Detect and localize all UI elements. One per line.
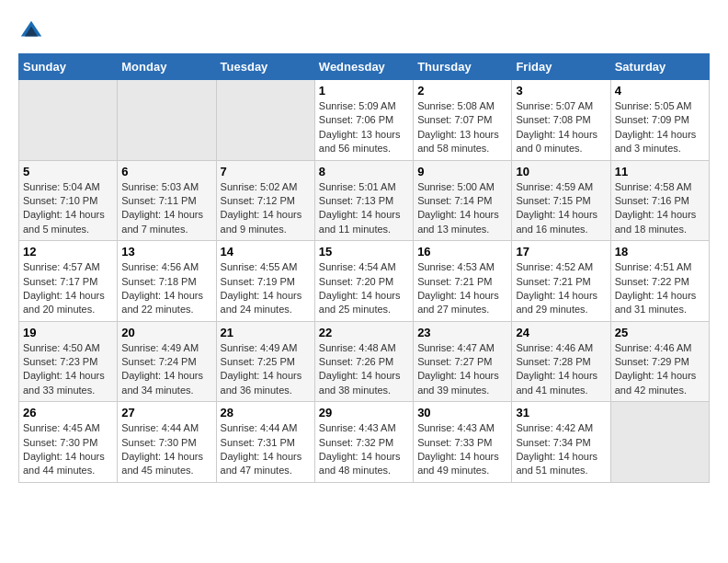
sunset-time: 7:20 PM: [356, 276, 393, 287]
sunset-time: 7:26 PM: [356, 356, 393, 367]
day-number: 29: [319, 406, 409, 419]
sunrise-time: 4:50 AM: [63, 342, 99, 353]
daylight-label: Daylight: 14 hours and 36 minutes.: [221, 370, 302, 395]
sunset-label: Sunset:: [615, 195, 652, 206]
sunset-time: 7:31 PM: [257, 437, 295, 448]
sunset-time: 7:19 PM: [257, 276, 295, 287]
sunrise-time: 4:43 AM: [458, 422, 495, 433]
sunrise-time: 4:49 AM: [162, 342, 199, 353]
daylight-label: Daylight: 14 hours and 16 minutes.: [516, 209, 597, 234]
sunset-time: 7:22 PM: [652, 276, 689, 287]
sunrise-time: 5:07 AM: [556, 100, 593, 111]
daylight-label: Daylight: 14 hours and 3 minutes.: [615, 129, 697, 154]
day-info: Sunrise: 4:49 AM Sunset: 7:25 PM Dayligh…: [221, 341, 311, 398]
day-number: 14: [221, 245, 311, 259]
sunset-time: 7:21 PM: [454, 276, 492, 287]
calendar-cell: 11 Sunrise: 4:58 AM Sunset: 7:16 PM Dayl…: [610, 160, 709, 241]
day-number: 16: [417, 245, 507, 259]
sunrise-label: Sunrise:: [319, 181, 358, 192]
day-number: 1: [319, 84, 409, 98]
sunrise-label: Sunrise:: [615, 261, 654, 272]
calendar-cell: 24 Sunrise: 4:46 AM Sunset: 7:28 PM Dayl…: [512, 321, 610, 402]
calendar-cell: 19 Sunrise: 4:50 AM Sunset: 7:23 PM Dayl…: [19, 321, 118, 402]
day-info: Sunrise: 4:53 AM Sunset: 7:21 PM Dayligh…: [417, 260, 507, 317]
day-info: Sunrise: 5:03 AM Sunset: 7:11 PM Dayligh…: [121, 180, 211, 237]
sunrise-time: 4:55 AM: [260, 261, 297, 272]
sunset-label: Sunset:: [121, 276, 158, 287]
sunset-label: Sunset:: [319, 195, 356, 206]
calendar-cell: 31 Sunrise: 4:42 AM Sunset: 7:34 PM Dayl…: [512, 402, 610, 483]
calendar-cell: 4 Sunrise: 5:05 AM Sunset: 7:09 PM Dayli…: [610, 80, 709, 161]
day-number: 24: [516, 326, 606, 339]
sunrise-label: Sunrise:: [319, 261, 358, 272]
daylight-label: Daylight: 14 hours and 11 minutes.: [319, 209, 401, 234]
calendar-cell: 10 Sunrise: 4:59 AM Sunset: 7:15 PM Dayl…: [512, 160, 610, 241]
daylight-label: Daylight: 14 hours and 18 minutes.: [615, 209, 697, 234]
day-info: Sunrise: 4:47 AM Sunset: 7:27 PM Dayligh…: [417, 341, 507, 398]
sunrise-time: 4:44 AM: [162, 422, 199, 433]
daylight-label: Daylight: 14 hours and 27 minutes.: [417, 290, 499, 315]
day-number: 13: [121, 245, 211, 259]
sunrise-time: 4:44 AM: [260, 422, 297, 433]
sunrise-label: Sunrise:: [221, 342, 260, 353]
sunset-time: 7:07 PM: [454, 114, 492, 125]
daylight-label: Daylight: 14 hours and 44 minutes.: [23, 451, 105, 476]
day-header-thursday: Thursday: [414, 54, 512, 80]
calendar-cell: 12 Sunrise: 4:57 AM Sunset: 7:17 PM Dayl…: [19, 241, 118, 322]
sunrise-label: Sunrise:: [23, 181, 63, 192]
daylight-label: Daylight: 14 hours and 5 minutes.: [23, 209, 105, 234]
day-number: 26: [23, 406, 113, 419]
calendar-cell: 16 Sunrise: 4:53 AM Sunset: 7:21 PM Dayl…: [414, 241, 512, 322]
day-number: 12: [23, 245, 113, 259]
day-number: 19: [23, 326, 113, 339]
sunset-label: Sunset:: [615, 114, 652, 125]
calendar-cell: [216, 80, 314, 161]
sunrise-time: 5:05 AM: [654, 100, 691, 111]
daylight-label: Daylight: 14 hours and 22 minutes.: [121, 290, 203, 315]
sunset-time: 7:16 PM: [652, 195, 689, 206]
sunrise-label: Sunrise:: [121, 181, 161, 192]
sunset-label: Sunset:: [121, 437, 158, 448]
sunrise-label: Sunrise:: [221, 261, 260, 272]
daylight-label: Daylight: 14 hours and 34 minutes.: [121, 370, 203, 395]
day-number: 31: [516, 406, 606, 419]
day-info: Sunrise: 5:07 AM Sunset: 7:08 PM Dayligh…: [516, 99, 606, 156]
sunrise-label: Sunrise:: [121, 342, 161, 353]
day-number: 22: [319, 326, 409, 339]
day-info: Sunrise: 4:43 AM Sunset: 7:32 PM Dayligh…: [319, 421, 409, 478]
day-number: 10: [516, 165, 606, 178]
sunset-label: Sunset:: [23, 356, 60, 367]
day-info: Sunrise: 4:44 AM Sunset: 7:31 PM Dayligh…: [221, 421, 311, 478]
sunset-label: Sunset:: [221, 437, 257, 448]
calendar-cell: [118, 80, 216, 161]
sunrise-time: 4:57 AM: [63, 261, 99, 272]
day-number: 20: [121, 326, 211, 339]
day-info: Sunrise: 5:09 AM Sunset: 7:06 PM Dayligh…: [319, 99, 409, 156]
calendar-cell: 2 Sunrise: 5:08 AM Sunset: 7:07 PM Dayli…: [414, 80, 512, 161]
daylight-label: Daylight: 14 hours and 33 minutes.: [23, 370, 105, 395]
sunset-time: 7:34 PM: [553, 437, 591, 448]
daylight-label: Daylight: 14 hours and 41 minutes.: [516, 370, 597, 395]
sunset-label: Sunset:: [319, 114, 356, 125]
day-info: Sunrise: 5:02 AM Sunset: 7:12 PM Dayligh…: [221, 180, 311, 237]
sunset-time: 7:12 PM: [257, 195, 295, 206]
sunset-label: Sunset:: [319, 437, 356, 448]
sunset-time: 7:13 PM: [356, 195, 393, 206]
day-info: Sunrise: 4:46 AM Sunset: 7:29 PM Dayligh…: [615, 341, 705, 398]
day-number: 4: [615, 84, 705, 98]
day-number: 7: [221, 165, 311, 178]
calendar-cell: 30 Sunrise: 4:43 AM Sunset: 7:33 PM Dayl…: [414, 402, 512, 483]
calendar-cell: 22 Sunrise: 4:48 AM Sunset: 7:26 PM Dayl…: [314, 321, 413, 402]
calendar-cell: 15 Sunrise: 4:54 AM Sunset: 7:20 PM Dayl…: [314, 241, 413, 322]
sunrise-time: 4:42 AM: [556, 422, 593, 433]
day-info: Sunrise: 4:56 AM Sunset: 7:18 PM Dayligh…: [121, 260, 211, 317]
day-info: Sunrise: 4:54 AM Sunset: 7:20 PM Dayligh…: [319, 260, 409, 317]
calendar-cell: 29 Sunrise: 4:43 AM Sunset: 7:32 PM Dayl…: [314, 402, 413, 483]
day-info: Sunrise: 4:57 AM Sunset: 7:17 PM Dayligh…: [23, 260, 113, 317]
sunrise-label: Sunrise:: [221, 422, 260, 433]
calendar-cell: 17 Sunrise: 4:52 AM Sunset: 7:21 PM Dayl…: [512, 241, 610, 322]
calendar-cell: 7 Sunrise: 5:02 AM Sunset: 7:12 PM Dayli…: [216, 160, 314, 241]
sunset-time: 7:29 PM: [652, 356, 689, 367]
sunset-label: Sunset:: [417, 437, 454, 448]
sunrise-time: 5:04 AM: [63, 181, 99, 192]
